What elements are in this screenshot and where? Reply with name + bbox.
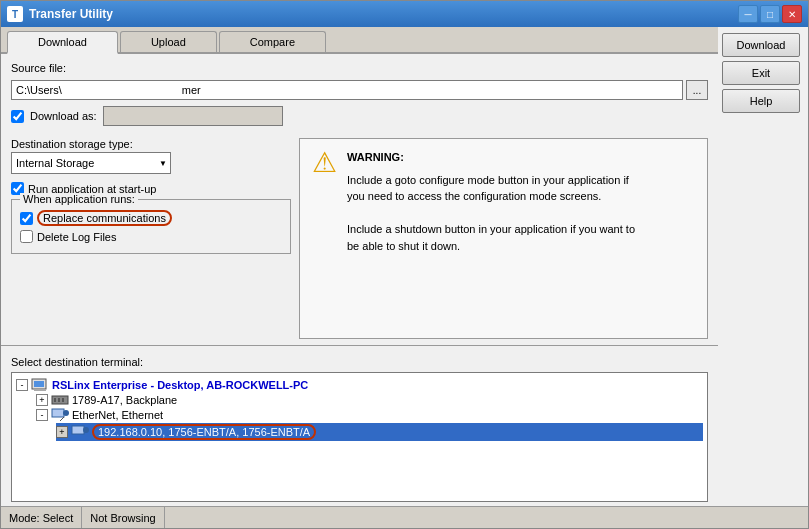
warning-line1: Include a goto configure mode button in … (347, 172, 635, 189)
replace-comms-checkbox[interactable] (20, 212, 33, 225)
download-as-input[interactable] (103, 106, 283, 126)
title-bar: T Transfer Utility ─ □ ✕ (1, 1, 808, 27)
warning-title: WARNING: (347, 149, 635, 166)
delete-log-row: Delete Log Files (20, 230, 282, 243)
when-app-runs-label: When application runs: (20, 193, 138, 205)
warning-line5: be able to shut it down. (347, 238, 635, 255)
tree-item-root[interactable]: - RSLinx Enterprise - Desktop, AB-ROCKWE… (16, 377, 703, 393)
form-area: Source file: C:\Users\ mer ... Download … (1, 54, 718, 134)
svg-rect-6 (58, 398, 60, 402)
title-bar-left: T Transfer Utility (7, 6, 113, 22)
delete-log-checkbox[interactable] (20, 230, 33, 243)
close-button[interactable]: ✕ (782, 5, 802, 23)
tree-backplane-label: 1789-A17, Backplane (72, 394, 177, 406)
download-as-label: Download as: (30, 110, 97, 122)
status-browsing: Not Browsing (82, 507, 164, 528)
warning-icon: ⚠ (312, 149, 337, 328)
tree-item-backplane[interactable]: + 1789-A17, Backplane (36, 393, 703, 407)
svg-rect-11 (72, 426, 84, 434)
source-file-row: C:\Users\ mer ... (11, 80, 708, 100)
computer-icon (31, 378, 49, 392)
destination-select-wrapper: Internal Storage (11, 152, 171, 174)
tree-area[interactable]: - RSLinx Enterprise - Desktop, AB-ROCKWE… (11, 372, 708, 502)
tab-compare[interactable]: Compare (219, 31, 326, 52)
tree-ip-highlight: 192.168.0.10, 1756-ENBT/A, 1756-ENBT/A (92, 424, 316, 440)
mode-label: Mode: Select (9, 512, 73, 524)
download-as-row: Download as: (11, 106, 708, 126)
destination-select[interactable]: Internal Storage (11, 152, 171, 174)
terminal-label: Select destination terminal: (11, 356, 708, 368)
tree-expand-backplane[interactable]: + (36, 394, 48, 406)
window-controls: ─ □ ✕ (738, 5, 802, 23)
ethernet-icon (51, 408, 69, 422)
main-window: T Transfer Utility ─ □ ✕ Download Upload… (0, 0, 809, 529)
right-panel: Download Exit Help (718, 27, 808, 506)
exit-button[interactable]: Exit (722, 61, 800, 85)
warning-line2: you need to access the configuration mod… (347, 188, 635, 205)
svg-rect-7 (62, 398, 64, 402)
when-app-runs-group: When application runs: Replace communica… (11, 199, 291, 254)
storage-row: Internal Storage (11, 152, 291, 174)
tree-root-label: RSLinx Enterprise - Desktop, AB-ROCKWELL… (52, 379, 308, 391)
ip-icon (71, 425, 89, 439)
replace-comms-label: Replace communications (43, 212, 166, 224)
tab-upload[interactable]: Upload (120, 31, 217, 52)
svg-rect-3 (34, 381, 44, 387)
tree-expand-root[interactable]: - (16, 379, 28, 391)
delete-log-label: Delete Log Files (37, 231, 117, 243)
minimize-button[interactable]: ─ (738, 5, 758, 23)
maximize-button[interactable]: □ (760, 5, 780, 23)
download-button[interactable]: Download (722, 33, 800, 57)
svg-point-12 (83, 427, 89, 433)
tree-ethernet-label: EtherNet, Ethernet (72, 409, 163, 421)
svg-line-10 (60, 417, 64, 421)
source-path: C:\Users\ (16, 84, 62, 96)
main-content: Download Upload Compare Source file: C:\… (1, 27, 808, 506)
left-panel: Download Upload Compare Source file: C:\… (1, 27, 718, 506)
svg-point-9 (63, 410, 69, 416)
browsing-label: Not Browsing (90, 512, 155, 524)
warning-text: WARNING: Include a goto configure mode b… (347, 149, 635, 328)
download-as-checkbox[interactable] (11, 110, 24, 123)
left-options: Destination storage type: Internal Stora… (11, 138, 291, 339)
svg-rect-2 (34, 390, 46, 391)
status-mode: Mode: Select (1, 507, 82, 528)
warning-line4: Include a shutdown button in your applic… (347, 221, 635, 238)
terminal-section: Select destination terminal: - RSLinx En… (1, 352, 718, 506)
help-button[interactable]: Help (722, 89, 800, 113)
tab-bar: Download Upload Compare (1, 27, 718, 54)
separator (1, 345, 718, 346)
tab-download[interactable]: Download (7, 31, 118, 54)
warning-box: ⚠ WARNING: Include a goto configure mode… (299, 138, 708, 339)
status-bar: Mode: Select Not Browsing (1, 506, 808, 528)
tree-expand-ip[interactable]: + (56, 426, 68, 438)
backplane-icon (51, 394, 69, 406)
destination-label: Destination storage type: (11, 138, 291, 150)
source-file: mer (182, 84, 201, 96)
source-file-input[interactable]: C:\Users\ mer (11, 80, 683, 100)
tree-item-ip[interactable]: + 192.168.0.10, 1756-ENBT/A, 1756-ENBT/A (56, 423, 703, 441)
svg-rect-8 (52, 409, 64, 417)
window-title: Transfer Utility (29, 7, 113, 21)
tree-expand-ethernet[interactable]: - (36, 409, 48, 421)
svg-rect-5 (54, 398, 56, 402)
app-icon: T (7, 6, 23, 22)
browse-button[interactable]: ... (686, 80, 708, 100)
tree-ip-label: 192.168.0.10, 1756-ENBT/A, 1756-ENBT/A (98, 426, 310, 438)
tree-item-ethernet[interactable]: - EtherNet, Ethernet (36, 407, 703, 423)
replace-comms-highlight: Replace communications (37, 210, 172, 226)
replace-comms-row: Replace communications (20, 210, 282, 226)
lower-form: Destination storage type: Internal Stora… (1, 138, 718, 339)
source-file-label: Source file: (11, 62, 708, 74)
